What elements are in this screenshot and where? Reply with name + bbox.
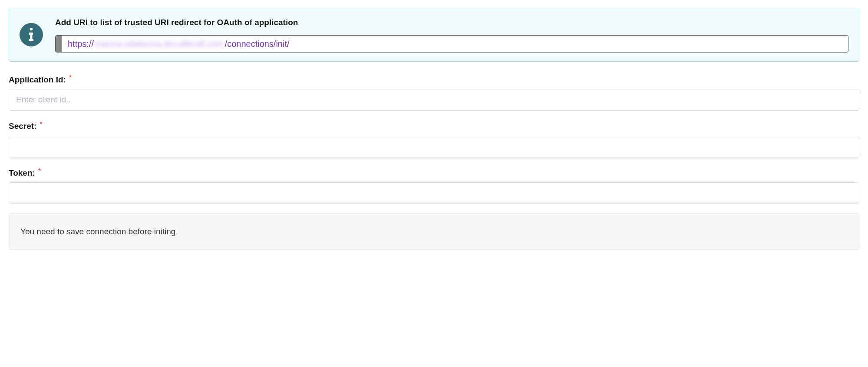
- save-note: You need to save connection before initi…: [9, 213, 859, 250]
- field-token: Token: *: [9, 167, 859, 204]
- label-text: Token:: [9, 168, 35, 177]
- uri-blurred-host: marina.udaltsova.dev.altkraft.com: [94, 39, 225, 49]
- secret-label: Secret: *: [9, 120, 859, 131]
- uri-text: https:// marina.udaltsova.dev.altkraft.c…: [62, 36, 296, 52]
- secret-input[interactable]: [9, 136, 859, 157]
- info-icon-wrap: [20, 23, 43, 46]
- required-asterisk: *: [69, 74, 71, 81]
- label-text: Secret:: [9, 122, 36, 131]
- token-input[interactable]: [9, 182, 859, 204]
- uri-handle: [56, 36, 62, 52]
- info-title: Add URI to list of trusted URI redirect …: [55, 18, 848, 27]
- uri-suffix: /connections/init/: [225, 39, 290, 49]
- application-id-label: Application Id: *: [9, 74, 859, 85]
- required-asterisk: *: [38, 167, 40, 174]
- note-text: You need to save connection before initi…: [20, 227, 175, 236]
- uri-display[interactable]: https:// marina.udaltsova.dev.altkraft.c…: [55, 35, 848, 52]
- application-id-input[interactable]: [9, 89, 859, 111]
- svg-point-0: [30, 28, 33, 30]
- field-application-id: Application Id: *: [9, 74, 859, 111]
- token-label: Token: *: [9, 167, 859, 178]
- info-content: Add URI to list of trusted URI redirect …: [55, 18, 848, 52]
- field-secret: Secret: *: [9, 120, 859, 157]
- svg-rect-3: [29, 39, 33, 41]
- svg-rect-2: [30, 33, 33, 40]
- info-icon: [20, 23, 43, 46]
- required-asterisk: *: [40, 120, 42, 127]
- label-text: Application Id:: [9, 75, 66, 84]
- uri-prefix: https://: [68, 39, 94, 49]
- info-panel: Add URI to list of trusted URI redirect …: [9, 9, 859, 62]
